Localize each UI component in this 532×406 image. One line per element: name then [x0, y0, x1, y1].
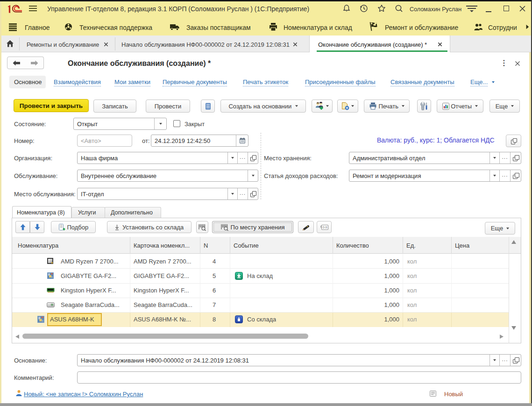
svg-text:0-9: 0-9 [322, 226, 327, 229]
